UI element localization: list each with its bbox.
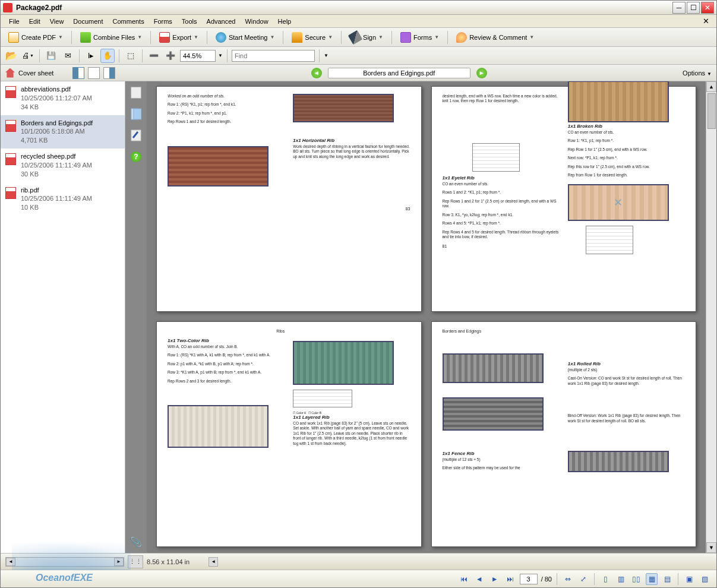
next-page-button[interactable]: ► xyxy=(489,573,501,585)
page-dimensions: 8.56 x 11.04 in xyxy=(147,558,189,565)
app-icon xyxy=(3,3,12,12)
continuous-button[interactable]: ▥ xyxy=(615,573,627,585)
knit-swatch xyxy=(293,341,394,385)
nav-next-button[interactable]: ► xyxy=(476,68,487,78)
vertical-scrollbar[interactable]: ▲ ▼ xyxy=(706,81,716,553)
start-meeting-button[interactable]: Start Meeting▼ xyxy=(211,30,279,45)
help-icon[interactable]: ? xyxy=(129,150,143,163)
sign-button[interactable]: Sign▼ xyxy=(346,30,387,45)
file-item[interactable]: abbreviations.pdf 10/25/2006 11:12:07 AM… xyxy=(1,81,125,115)
svg-rect-2 xyxy=(134,109,141,119)
fit-width-button[interactable]: ⇔ xyxy=(562,573,574,585)
menu-advanced[interactable]: Advanced xyxy=(202,17,241,26)
file-item[interactable]: recycled sheep.pdf 10/25/2006 11:11:49 A… xyxy=(1,148,125,182)
home-icon[interactable] xyxy=(5,68,15,78)
sidebar-hscroll[interactable]: ◄ ► xyxy=(5,557,124,567)
menu-help[interactable]: Help xyxy=(273,17,296,26)
prev-page-button[interactable]: ◄ xyxy=(473,573,485,585)
zoom-in-button[interactable]: ➕ xyxy=(163,49,178,63)
attachment-icon[interactable]: 📎 xyxy=(129,535,143,548)
current-doc-title: Borders and Edgings.pdf xyxy=(328,68,470,78)
export-icon xyxy=(159,32,170,43)
pdf-icon xyxy=(5,187,16,199)
menu-file[interactable]: File xyxy=(4,17,24,26)
first-page-button[interactable]: ⏮ xyxy=(458,573,470,585)
last-page-button[interactable]: ⏭ xyxy=(504,573,516,585)
knit-chart xyxy=(293,390,352,407)
menu-forms[interactable]: Forms xyxy=(149,17,177,26)
zoom-dropdown[interactable]: ▼ xyxy=(218,53,223,58)
bookmarks-panel-icon[interactable] xyxy=(129,108,143,121)
minimize-button[interactable]: ─ xyxy=(672,2,686,14)
combine-files-button[interactable]: Combine Files▼ xyxy=(76,30,146,45)
fit-page-button[interactable]: ⤢ xyxy=(577,573,589,585)
menu-edit[interactable]: Edit xyxy=(24,17,45,26)
options-menu[interactable]: Options ▼ xyxy=(683,69,712,77)
secure-button[interactable]: Secure▼ xyxy=(288,30,337,45)
menu-document[interactable]: Document xyxy=(68,17,108,26)
status-bar: ◄ ► ⋮⋮ 8.56 x 11.04 in ◄ xyxy=(1,553,716,570)
page-total: / 80 xyxy=(541,576,552,583)
find-input[interactable] xyxy=(232,50,315,62)
menu-view[interactable]: View xyxy=(45,17,69,26)
expand-button[interactable]: ▧ xyxy=(699,573,710,585)
view-split-right[interactable] xyxy=(103,67,115,79)
thumbnail-button[interactable]: ▤ xyxy=(661,573,673,585)
meeting-icon xyxy=(216,32,226,43)
scroll-right-button[interactable]: ► xyxy=(114,558,124,566)
menu-window[interactable]: Window xyxy=(240,17,273,26)
close-button[interactable]: ✕ xyxy=(701,2,714,14)
document-viewport[interactable]: Worked on an odd number of sts. Row 1: (… xyxy=(147,81,706,553)
nav-prev-button[interactable]: ◄ xyxy=(311,68,322,78)
pdf-page: Worked on an odd number of sts. Row 1: (… xyxy=(156,86,422,312)
two-up-button[interactable]: ▯▯ xyxy=(630,573,642,585)
export-button[interactable]: Export▼ xyxy=(155,30,203,45)
scroll-thumb[interactable] xyxy=(707,93,716,129)
zoom-out-button[interactable]: ➖ xyxy=(147,49,161,63)
marquee-zoom-tool[interactable]: ⬚ xyxy=(124,49,138,63)
forms-icon xyxy=(400,32,411,43)
review-comment-button[interactable]: Review & Comment▼ xyxy=(452,30,538,45)
file-item[interactable]: rib.pdf 10/25/2006 11:11:49 AM 10 KB xyxy=(1,182,125,216)
collapse-button[interactable]: ▣ xyxy=(683,573,695,585)
zoom-input[interactable] xyxy=(180,50,216,62)
knit-swatch: ✕ xyxy=(568,184,669,221)
scroll-down-button[interactable]: ▼ xyxy=(706,542,716,553)
plus-icon: ➕ xyxy=(166,51,175,60)
email-button[interactable]: ✉ xyxy=(61,49,75,63)
page-number-input[interactable] xyxy=(520,574,538,584)
pages-panel-icon[interactable] xyxy=(129,86,143,99)
scroll-left-button[interactable]: ◄ xyxy=(6,558,15,566)
menu-comments[interactable]: Comments xyxy=(108,17,149,26)
menubar-close-icon[interactable]: ✕ xyxy=(699,17,713,26)
window-title: Package2.pdf xyxy=(16,4,671,12)
cover-sheet-link[interactable]: Cover sheet xyxy=(18,69,53,77)
select-tool[interactable]: I▸ xyxy=(84,49,98,63)
doc-scroll-left[interactable]: ◄ xyxy=(209,557,218,567)
knit-swatch xyxy=(443,397,544,431)
menu-tools[interactable]: Tools xyxy=(177,17,202,26)
marquee-icon: ⬚ xyxy=(127,51,134,60)
save-button[interactable]: 💾 xyxy=(44,49,58,63)
knit-swatch xyxy=(443,353,544,383)
view-split-left[interactable] xyxy=(72,67,84,79)
open-button[interactable]: 📂 xyxy=(4,49,18,63)
resize-handle[interactable]: ⋮⋮ xyxy=(128,555,143,568)
create-pdf-button[interactable]: Create PDF▼ xyxy=(4,30,67,45)
file-toolbar: 📂 🖨▼ 💾 ✉ I▸ ✋ ⬚ ➖ ➕ ▼ ▼ xyxy=(1,47,716,65)
single-page-button[interactable]: ▯ xyxy=(599,573,611,585)
view-full[interactable] xyxy=(88,67,100,79)
maximize-button[interactable]: ☐ xyxy=(687,2,700,14)
file-list-panel: abbreviations.pdf 10/25/2006 11:12:07 AM… xyxy=(1,81,125,553)
knit-chart xyxy=(586,226,633,254)
two-up-continuous-button[interactable]: ▦ xyxy=(646,573,658,585)
file-item[interactable]: Borders and Edgings.pdf 10/1/2006 5:18:0… xyxy=(1,115,125,149)
print-button[interactable]: 🖨▼ xyxy=(21,49,35,63)
create-pdf-icon xyxy=(8,32,19,43)
pdf-icon xyxy=(5,153,16,165)
scroll-up-button[interactable]: ▲ xyxy=(706,81,716,92)
forms-button[interactable]: Forms▼ xyxy=(396,30,443,45)
find-dropdown[interactable]: ▼ xyxy=(324,53,329,58)
signatures-panel-icon[interactable] xyxy=(129,129,143,142)
hand-tool[interactable]: ✋ xyxy=(100,49,115,63)
